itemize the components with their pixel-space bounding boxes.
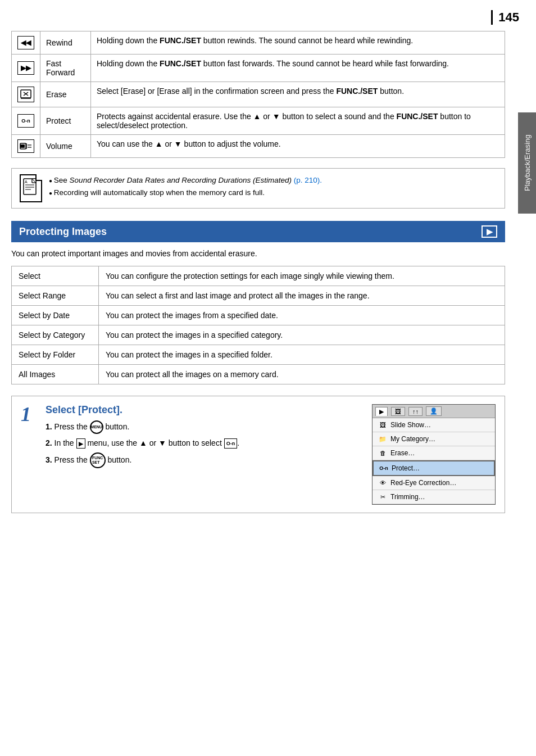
playback-menu-icon: ▶ [76, 438, 85, 449]
menu-item-slideshow: 🖼 Slide Show… [373, 418, 495, 432]
mycategory-icon: 📁 [378, 436, 387, 443]
step-number: 1 [21, 404, 37, 505]
table-row: ◀◀ Rewind Holding down the FUNC./SET but… [12, 31, 505, 55]
funcset-bold2: FUNC./SET [160, 59, 201, 68]
ff-desc: Holding down the FUNC./SET button fast f… [91, 55, 505, 82]
step-num-1: 1. [46, 422, 52, 431]
step-list-item-1: 1. Press the MENU button. [46, 420, 363, 434]
menu-tab-play: ▶ [375, 407, 388, 416]
menu-top-bar: ▶ 🖼 ↑↑ 👤 [373, 405, 495, 418]
redeye-icon: 👁 [378, 479, 387, 486]
protect-desc: Protects against accidental erasure. Use… [91, 107, 505, 135]
funcset-button-icon: FUNCSET [90, 452, 106, 468]
erase-name: Erase [40, 82, 91, 107]
menu-item-mycategory: 📁 My Category… [373, 432, 495, 446]
table-row: Volume You can use the ▲ or ▼ button to … [12, 135, 505, 158]
mycategory-label: My Category… [390, 435, 435, 443]
volume-desc: You can use the ▲ or ▼ button to adjust … [91, 135, 505, 158]
step-num-2: 2. [46, 438, 52, 447]
top-table: ◀◀ Rewind Holding down the FUNC./SET but… [11, 31, 505, 158]
menu-items: 🖼 Slide Show… 📁 My Category… 🗑 Erase… O-… [373, 418, 495, 504]
section-description: You can protect important images and mov… [11, 249, 505, 258]
protect-item-icon: O-n [379, 465, 388, 471]
protect-cat-desc: You can protect the images in a specifie… [99, 325, 505, 345]
protect-folder-name: Select by Folder [12, 345, 99, 365]
note-italic-link: Sound Recorder Data Rates and Recording … [70, 176, 292, 184]
menu-item-erase: 🗑 Erase… [373, 446, 495, 460]
erase-desc: Select [Erase] or [Erase all] in the con… [91, 82, 505, 107]
icon-cell-protect: O-n [12, 107, 40, 135]
protect-all-desc: You can protect all the images on a memo… [99, 365, 505, 384]
protect-folder-desc: You can protect the images in a specifie… [99, 345, 505, 365]
note-see-prefix: See [54, 176, 70, 184]
menu-tab-person: 👤 [426, 406, 442, 416]
icon-cell-volume [12, 135, 40, 158]
page-number: 145 [491, 10, 519, 25]
table-row: O-n Protect Protects against accidental … [12, 107, 505, 135]
rewind-icon: ◀◀ [17, 36, 34, 49]
erase-menu-label: Erase… [390, 449, 415, 457]
menu-screenshot: ▶ 🖼 ↑↑ 👤 🖼 Slide Show… 📁 My Category… 🗑 … [372, 404, 496, 505]
step-title: Select [Protect]. [46, 404, 363, 416]
note-page-link: (p. 210). [294, 176, 322, 184]
table-row: Erase Select [Erase] or [Erase all] in t… [12, 82, 505, 107]
rewind-name: Rewind [40, 31, 91, 55]
table-row: Select Range You can select a first and … [12, 286, 505, 306]
table-row: Select You can configure the protection … [12, 266, 505, 286]
section-title: Protecting Images [19, 226, 107, 238]
menu-item-trimming: ✂ Trimming… [373, 490, 495, 504]
section-header: Protecting Images ▶ [11, 221, 505, 242]
sidebar-label: Playback/Erasing [518, 112, 536, 214]
step-num-3: 3. [46, 455, 52, 464]
funcset-bold3: FUNC./SET [336, 87, 378, 96]
menu-item-protect: O-n Protect… [373, 460, 495, 476]
menu-tab-image: 🖼 [391, 407, 405, 416]
svg-rect-5 [20, 144, 25, 148]
funcset-bold4: FUNC./SET [397, 112, 438, 121]
main-content: ◀◀ Rewind Holding down the FUNC./SET but… [11, 31, 516, 513]
note-box: A See Sound Recorder Data Rates and Reco… [11, 168, 505, 209]
protect-date-name: Select by Date [12, 306, 99, 325]
table-row: All Images You can protect all the image… [12, 365, 505, 384]
slideshow-label: Slide Show… [390, 421, 431, 429]
step-list-item-3: 3. Press the FUNCSET button. [46, 452, 363, 468]
table-row: Select by Date You can protect the image… [12, 306, 505, 325]
erase-icon [17, 87, 34, 102]
table-row: Select by Folder You can protect the ima… [12, 345, 505, 365]
erase-menu-icon: 🗑 [378, 450, 387, 456]
icon-cell-rewind: ◀◀ [12, 31, 40, 55]
menu-button-icon: MENU [90, 420, 103, 434]
table-row: Select by Category You can protect the i… [12, 325, 505, 345]
table-row: ▶▶ Fast Forward Holding down the FUNC./S… [12, 55, 505, 82]
step-section: 1 Select [Protect]. 1. Press the MENU bu… [11, 396, 505, 513]
note-item-1: See Sound Recorder Data Rates and Record… [49, 174, 322, 187]
icon-cell-ff: ▶▶ [12, 55, 40, 82]
protect-date-desc: You can protect the images from a specif… [99, 306, 505, 325]
volume-name: Volume [40, 135, 91, 158]
note-text: See Sound Recorder Data Rates and Record… [49, 174, 322, 198]
step-list: 1. Press the MENU button. 2. In the ▶ me… [46, 420, 363, 468]
step-list-item-2: 2. In the ▶ menu, use the ▲ or ▼ button … [46, 437, 363, 449]
note-icon: A [20, 174, 42, 202]
volume-icon [17, 139, 34, 153]
protect-all-name: All Images [12, 365, 99, 384]
note-item-2: Recording will automatically stop when t… [49, 187, 322, 199]
note-doc-svg: A [23, 178, 39, 198]
protect-range-desc: You can select a first and last image an… [99, 286, 505, 306]
redeye-label: Red-Eye Correction… [390, 479, 456, 487]
funcset-bold: FUNC./SET [160, 36, 201, 45]
rewind-desc: Holding down the FUNC./SET button rewind… [91, 31, 505, 55]
icon-cell-erase [12, 82, 40, 107]
step-content: Select [Protect]. 1. Press the MENU butt… [46, 404, 363, 505]
trimming-icon: ✂ [378, 494, 387, 501]
playback-icon: ▶ [482, 225, 497, 238]
protect-menu-label: Protect… [392, 464, 420, 472]
protect-table: Select You can configure the protection … [11, 266, 505, 384]
slideshow-icon: 🖼 [378, 422, 387, 428]
trimming-label: Trimming… [390, 493, 425, 501]
volume-svg [20, 141, 32, 151]
protect-cat-name: Select by Category [12, 325, 99, 345]
protect-range-name: Select Range [12, 286, 99, 306]
protect-menu-icon: O-n [224, 438, 238, 449]
protect-name: Protect [40, 107, 91, 135]
